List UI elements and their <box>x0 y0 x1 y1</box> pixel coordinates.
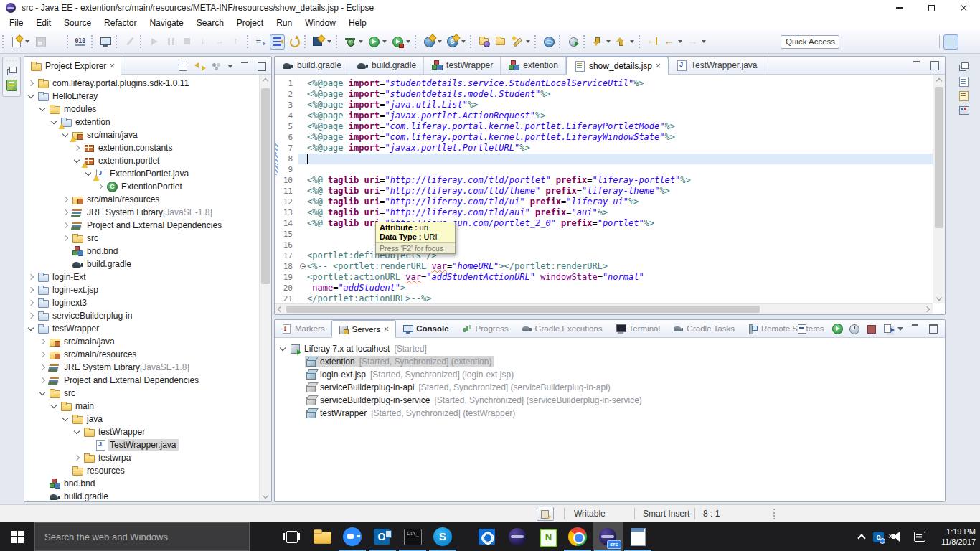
tab-console[interactable]: Console <box>396 320 455 337</box>
tab-terminal[interactable]: Terminal <box>609 320 666 337</box>
twistie-icon[interactable] <box>28 300 34 306</box>
tree-item[interactable]: src <box>24 232 259 245</box>
close-tab-icon[interactable] <box>656 63 661 68</box>
open-liferay-project-button[interactable] <box>476 34 491 50</box>
publish-button[interactable] <box>883 323 895 334</box>
editor-horizontal-scrollbar[interactable] <box>275 303 933 314</box>
editor-tab-extention[interactable]: extention <box>501 57 566 74</box>
debug-perspective-button[interactable] <box>960 34 975 50</box>
tree-item[interactable]: HelloLiferay <box>24 90 259 103</box>
maximize-view-button[interactable] <box>928 323 939 334</box>
tree-item[interactable]: testWrapper <box>24 322 259 335</box>
tree-item[interactable]: Project and External Dependencies <box>24 219 259 232</box>
tree-item[interactable]: extention <box>24 116 259 128</box>
twistie-icon[interactable] <box>74 428 80 433</box>
search-input[interactable] <box>35 531 249 543</box>
menu-refactor[interactable]: Refactor <box>98 17 143 29</box>
minimize-view-button[interactable] <box>910 323 922 334</box>
collapse-all-button[interactable] <box>178 60 189 72</box>
menu-navigate[interactable]: Navigate <box>143 17 189 29</box>
new-liferay-module-button[interactable] <box>311 34 326 50</box>
back-button-dropdown[interactable] <box>678 40 682 43</box>
editor-tab-show-details-jsp[interactable]: show_details.jsp <box>566 57 669 75</box>
server-row[interactable]: extention[Started, Synchronized] (extent… <box>275 355 945 368</box>
twistie-icon[interactable] <box>280 344 286 350</box>
editor-tab-testwrapper[interactable]: testWrapper <box>424 57 501 74</box>
zoom-app[interactable] <box>337 522 367 551</box>
menu-edit[interactable]: Edit <box>29 17 57 29</box>
settings-app[interactable] <box>472 522 502 551</box>
twistie-icon[interactable] <box>85 169 91 175</box>
tree-item[interactable]: extention.constants <box>24 141 259 154</box>
menu-window[interactable]: Window <box>298 17 342 29</box>
open-console-button[interactable] <box>98 34 113 50</box>
twistie-icon[interactable] <box>39 389 45 395</box>
binary-literals-button[interactable] <box>73 34 88 50</box>
suspend-button[interactable] <box>163 34 178 50</box>
tab-gradle-tasks[interactable]: Gradle Tasks <box>666 320 741 337</box>
step-into-button[interactable] <box>196 34 211 50</box>
stop-server-button[interactable] <box>866 323 877 334</box>
coverage-button-dropdown[interactable] <box>406 40 410 43</box>
scrollbar-thumb[interactable] <box>286 306 760 313</box>
menu-run[interactable]: Run <box>270 17 298 29</box>
server-row[interactable]: testWrapper[Started, Synchronized] (test… <box>275 407 945 420</box>
server-row[interactable]: login-ext.jsp[Started, Synchronized] (lo… <box>275 368 945 381</box>
tree-item[interactable]: src/main/resources <box>24 348 259 361</box>
editor-tab-build-gradle[interactable]: build.gradle <box>349 57 424 74</box>
run-button-dropdown[interactable] <box>382 40 387 43</box>
tab-progress[interactable]: Progress <box>456 320 515 337</box>
export-button[interactable] <box>613 34 628 50</box>
back-button[interactable] <box>661 34 677 50</box>
run-external-tools-button[interactable] <box>565 34 580 50</box>
new-wizard-button[interactable] <box>9 34 24 50</box>
palette-view-button[interactable] <box>958 104 969 116</box>
server-row[interactable]: serviceBuilderplug-in-service[Started, S… <box>275 394 945 407</box>
taskbar-clock[interactable]: 1:19 PM 11/8/2017 <box>934 527 976 547</box>
new-server-button[interactable] <box>421 34 436 50</box>
forward-button[interactable] <box>685 34 700 50</box>
resume-button[interactable] <box>146 34 161 50</box>
twistie-icon[interactable] <box>74 455 80 461</box>
close-tab-icon[interactable] <box>384 326 389 331</box>
start-server-button[interactable] <box>831 323 843 334</box>
tree-item[interactable]: main <box>24 400 259 413</box>
refresh-button[interactable] <box>286 34 301 50</box>
editor-tab-testwrapper-java[interactable]: TestWrapper.java <box>669 57 765 74</box>
tray-expand-icon[interactable] <box>857 534 865 542</box>
highlight-wand-button[interactable] <box>509 34 524 50</box>
tab-markers[interactable]: Markers <box>275 320 331 337</box>
skype-app[interactable] <box>428 522 458 551</box>
focus-on-active-task-button[interactable] <box>211 60 222 72</box>
minimized-outline-view-button[interactable] <box>6 79 17 90</box>
outline-view-button[interactable] <box>958 75 969 87</box>
tree-item[interactable]: src/main/java <box>24 128 259 141</box>
javaee-perspective-button[interactable] <box>943 34 958 50</box>
server-row[interactable]: Liferay 7.x at localhost[Started] <box>275 342 945 355</box>
save-all-button[interactable] <box>49 34 64 50</box>
notepad-plus-plus-app[interactable] <box>532 522 562 551</box>
tree-item[interactable]: build.gradle <box>24 490 259 501</box>
tree-item[interactable]: ExtentionPortlet.java <box>24 167 259 180</box>
twistie-icon[interactable] <box>62 222 68 228</box>
highlight-wand-button-dropdown[interactable] <box>526 40 530 43</box>
new-wizard-button-dropdown[interactable] <box>25 40 29 43</box>
close-view-icon[interactable] <box>110 63 115 68</box>
save-button[interactable] <box>32 34 47 50</box>
menu-file[interactable]: File <box>3 17 29 29</box>
menu-help[interactable]: Help <box>342 17 373 29</box>
tree-item[interactable]: Project and External Dependencies <box>24 374 259 387</box>
export-button-dropdown[interactable] <box>630 40 634 43</box>
skip-all-breakpoints-button[interactable] <box>253 34 268 50</box>
maximize-editor-button[interactable] <box>929 60 941 71</box>
import-button[interactable] <box>590 34 605 50</box>
outlook-tray-icon[interactable]: o <box>873 532 884 542</box>
service-builder-button[interactable] <box>445 34 460 50</box>
collapse-all-button[interactable] <box>797 323 809 334</box>
tree-item[interactable]: bnd.bnd <box>24 477 259 490</box>
import-button-dropdown[interactable] <box>606 40 611 43</box>
tree-item[interactable]: resources <box>24 464 259 477</box>
forward-button-dropdown[interactable] <box>702 40 706 43</box>
twistie-icon[interactable] <box>62 131 68 136</box>
window-close-button[interactable] <box>948 0 980 16</box>
